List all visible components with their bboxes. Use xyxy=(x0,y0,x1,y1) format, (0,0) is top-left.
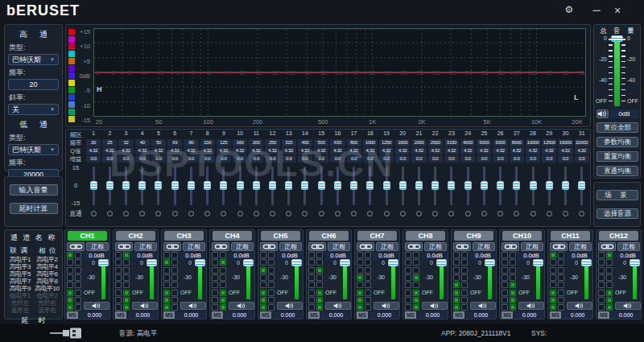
input-name[interactable]: 高电平1 xyxy=(6,256,34,263)
band-freq-value[interactable]: 63 xyxy=(167,139,182,146)
routing-checkbox[interactable] xyxy=(606,252,613,258)
band-freq-value[interactable]: 3150 xyxy=(444,139,459,146)
band-gain-value[interactable]: 0.0 xyxy=(167,155,182,163)
band-gain-value[interactable]: 0.0 xyxy=(347,155,361,163)
channel-fader-handle[interactable] xyxy=(243,259,254,266)
routing-checkbox[interactable] xyxy=(461,259,468,266)
band-freq-value[interactable]: 100 xyxy=(200,139,215,146)
channel-select-button[interactable]: CH6 xyxy=(309,231,349,241)
routing-checkbox[interactable] xyxy=(365,267,371,274)
routing-checkbox[interactable] xyxy=(316,252,323,258)
link-button[interactable] xyxy=(453,242,471,251)
phase-button[interactable]: 正相 xyxy=(617,242,640,251)
band-freq-value[interactable]: 8000 xyxy=(510,139,524,146)
channel-delay-value[interactable]: 0.000 xyxy=(369,311,399,319)
routing-checkbox[interactable] xyxy=(260,274,266,281)
routing-checkbox[interactable] xyxy=(453,252,460,258)
routing-checkbox[interactable] xyxy=(453,282,460,288)
channel-fader-handle[interactable] xyxy=(98,259,109,266)
band-gain-value[interactable]: 0.0 xyxy=(135,155,150,163)
routing-checkbox[interactable] xyxy=(606,290,613,296)
input-name[interactable]: 高电平8 xyxy=(34,278,61,285)
routing-checkbox[interactable] xyxy=(123,274,130,281)
routing-checkbox[interactable] xyxy=(453,274,460,281)
channel-select-button[interactable]: CH8 xyxy=(406,231,445,241)
band-gain-value[interactable]: 0.0 xyxy=(184,155,198,163)
band-q-value[interactable]: 4.32 xyxy=(510,147,524,155)
routing-checkbox[interactable] xyxy=(316,282,323,288)
routing-checkbox[interactable] xyxy=(268,304,275,311)
routing-checkbox[interactable] xyxy=(163,304,170,311)
band-fader-handle[interactable] xyxy=(578,181,585,190)
channel-fader-handle[interactable] xyxy=(388,259,398,266)
routing-checkbox[interactable] xyxy=(67,274,73,281)
routing-checkbox[interactable] xyxy=(260,259,266,266)
band-color-swatch[interactable] xyxy=(68,80,75,86)
settings-gear-icon[interactable]: ⚙ xyxy=(562,4,576,15)
routing-checkbox[interactable] xyxy=(75,304,81,311)
mute-button[interactable] xyxy=(567,302,592,310)
routing-checkbox[interactable] xyxy=(502,252,508,258)
band-gain-value[interactable]: 0.0 xyxy=(265,155,279,163)
routing-checkbox[interactable] xyxy=(405,252,411,258)
mute-button[interactable] xyxy=(132,302,158,310)
routing-checkbox[interactable] xyxy=(598,297,605,303)
routing-checkbox[interactable] xyxy=(268,290,275,296)
link-button[interactable] xyxy=(405,242,423,251)
routing-checkbox[interactable] xyxy=(365,304,371,311)
band-q-value[interactable]: 4.32 xyxy=(460,147,475,155)
band-fader-handle[interactable] xyxy=(220,181,227,190)
band-gain-value[interactable]: 0.0 xyxy=(395,155,410,163)
routing-checkbox[interactable] xyxy=(268,282,275,288)
routing-checkbox[interactable] xyxy=(413,282,419,288)
routing-checkbox[interactable] xyxy=(413,290,419,296)
band-color-swatch[interactable] xyxy=(68,109,75,115)
routing-checkbox[interactable] xyxy=(260,290,266,296)
routing-checkbox[interactable] xyxy=(606,304,613,311)
routing-checkbox[interactable] xyxy=(413,297,419,303)
band-q-value[interactable]: 4.32 xyxy=(249,147,263,155)
band-bypass-radio[interactable] xyxy=(172,211,178,216)
phase-button[interactable]: 正相 xyxy=(231,242,254,251)
routing-checkbox[interactable] xyxy=(558,252,564,258)
band-fader-handle[interactable] xyxy=(546,181,553,190)
band-bypass-radio[interactable] xyxy=(237,211,243,216)
channel-delay-value[interactable]: 0.000 xyxy=(514,311,544,319)
mute-button[interactable] xyxy=(229,302,254,310)
routing-checkbox[interactable] xyxy=(357,290,363,296)
band-bypass-radio[interactable] xyxy=(319,211,324,216)
routing-checkbox[interactable] xyxy=(163,274,170,281)
routing-checkbox[interactable] xyxy=(461,297,468,303)
mute-button[interactable] xyxy=(84,302,109,310)
routing-checkbox[interactable] xyxy=(550,274,556,281)
routing-checkbox[interactable] xyxy=(461,252,468,258)
band-freq-value[interactable]: 2500 xyxy=(428,139,443,146)
eq-plot[interactable]: 1234567891011121314151617181920212223242… xyxy=(93,28,586,126)
input-name[interactable]: 高电平3 xyxy=(6,263,34,270)
band-gain-value[interactable]: 0.0 xyxy=(330,155,345,163)
channel-select-button[interactable]: CH2 xyxy=(116,231,155,241)
routing-checkbox[interactable] xyxy=(163,290,170,296)
band-bypass-radio[interactable] xyxy=(547,211,552,216)
phase-button[interactable]: 正相 xyxy=(134,242,157,251)
routing-checkbox[interactable] xyxy=(115,259,122,266)
routing-checkbox[interactable] xyxy=(413,252,419,258)
routing-checkbox[interactable] xyxy=(316,297,323,303)
routing-checkbox[interactable] xyxy=(405,259,411,266)
routing-checkbox[interactable] xyxy=(115,274,122,281)
routing-checkbox[interactable] xyxy=(365,282,371,288)
band-freq-value[interactable]: 500 xyxy=(314,139,328,146)
channel-fader-handle[interactable] xyxy=(581,259,592,266)
band-q-value[interactable]: 4.32 xyxy=(411,147,426,155)
routing-checkbox[interactable] xyxy=(316,304,323,311)
routing-checkbox[interactable] xyxy=(67,304,73,311)
band-color-swatch[interactable] xyxy=(68,29,75,35)
master-mute-button[interactable] xyxy=(597,109,609,118)
routing-checkbox[interactable] xyxy=(550,252,556,258)
routing-checkbox[interactable] xyxy=(405,282,411,288)
routing-checkbox[interactable] xyxy=(308,282,315,288)
routing-checkbox[interactable] xyxy=(606,282,613,288)
routing-checkbox[interactable] xyxy=(212,267,218,274)
band-fader-handle[interactable] xyxy=(318,181,325,190)
routing-checkbox[interactable] xyxy=(405,297,411,303)
